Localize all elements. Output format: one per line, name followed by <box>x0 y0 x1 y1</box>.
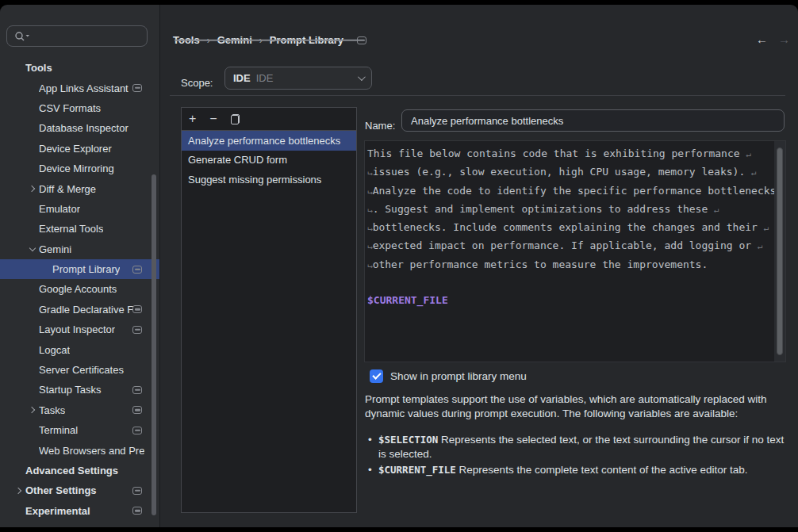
sidebar-item-label: Device Mirroring <box>39 163 114 174</box>
sidebar-item-device-mirroring[interactable]: Device Mirroring <box>0 159 159 178</box>
sidebar-item-label: App Links Assistant <box>39 82 129 94</box>
scope-dropdown[interactable]: IDE IDE <box>224 67 372 90</box>
prompt-list-item[interactable]: Analyze performance bottlenecks <box>182 131 356 151</box>
sidebar-item-label: Startup Tasks <box>39 384 102 396</box>
settings-main: Tools›Gemini›Prompt Library ← → Scope: I… <box>160 5 798 527</box>
editor-text: expected impact on performance. If appli… <box>373 239 758 251</box>
chevron-spacer <box>25 380 39 400</box>
chevron-spacer <box>25 339 39 359</box>
name-field[interactable]: Analyze performance bottlenecks <box>401 109 785 132</box>
sidebar-item-device-explorer[interactable]: Device Explorer <box>0 139 159 159</box>
prompt-editor[interactable]: This file below contains code that is ex… <box>364 140 786 362</box>
ide-settings-icon <box>132 487 142 495</box>
editor-text: bottlenecks. Include comments explaining… <box>373 221 764 233</box>
chevron-down-icon[interactable] <box>25 239 39 259</box>
sidebar-item-advanced-settings[interactable]: Advanced Settings <box>0 461 159 480</box>
variable-list-item: $SELECTION Represents the selected text,… <box>368 433 794 461</box>
chevron-spacer <box>25 159 39 178</box>
variable-name: $CURRENT_FILE <box>378 464 456 476</box>
sidebar-item-label: Database Inspector <box>39 122 129 134</box>
prompt-list-item[interactable]: Suggest missing permissions <box>182 170 356 189</box>
scope-label: Scope: <box>181 77 213 89</box>
editor-line: ↵issues (e.g., slow execution, high CPU … <box>367 163 773 182</box>
ide-settings-icon <box>357 36 366 44</box>
editor-scrollbar-thumb[interactable] <box>777 147 783 355</box>
back-arrow-icon[interactable]: ← <box>756 33 768 46</box>
prompt-list-item[interactable]: Generate CRUD form <box>182 151 356 170</box>
breadcrumb: Tools›Gemini›Prompt Library <box>173 34 366 46</box>
chevron-right-icon[interactable] <box>12 480 25 500</box>
sidebar-item-emulator[interactable]: Emulator <box>0 199 159 219</box>
chevron-spacer <box>25 118 39 138</box>
sidebar-item-label: External Tools <box>39 223 103 235</box>
sidebar-item-tasks[interactable]: Tasks <box>0 400 159 420</box>
chevron-spacer <box>25 320 39 339</box>
remove-button[interactable]: − <box>209 113 217 125</box>
editor-line: $CURRENT_FILE <box>367 292 773 309</box>
sidebar-item-app-links-assistant[interactable]: App Links Assistant <box>0 78 159 98</box>
sidebar-item-label: Advanced Settings <box>25 465 118 477</box>
soft-wrap-icon: ↵ <box>367 257 373 274</box>
sidebar-item-label: Logcat <box>39 344 70 356</box>
chevron-right-icon[interactable] <box>25 178 39 198</box>
sidebar-scrollbar[interactable] <box>152 174 156 515</box>
sidebar-item-experimental[interactable]: Experimental <box>0 501 159 521</box>
sidebar-item-label: CSV Formats <box>39 102 101 114</box>
sidebar-item-terminal[interactable]: Terminal <box>0 420 159 440</box>
sidebar-item-external-tools[interactable]: External Tools <box>0 219 159 239</box>
sidebar-item-diff-merge[interactable]: Diff & Merge <box>0 178 159 198</box>
add-button[interactable]: + <box>189 113 196 125</box>
sidebar-item-label: Diff & Merge <box>39 183 96 195</box>
sidebar-item-web-browsers-and-pre[interactable]: Web Browsers and Pre <box>0 440 159 460</box>
chevron-spacer <box>12 461 25 480</box>
prompt-editor-text: This file below contains code that is ex… <box>365 141 785 310</box>
editor-line: ↵. Suggest and implement optimizations t… <box>367 201 773 219</box>
chevron-right-icon[interactable] <box>25 400 39 420</box>
settings-tree: ToolsApp Links AssistantCSV FormatsDatab… <box>0 58 159 521</box>
sidebar-item-other-settings[interactable]: Other Settings <box>0 480 159 500</box>
chevron-spacer <box>25 199 39 219</box>
forward-arrow-icon[interactable]: → <box>778 33 790 46</box>
chevron-spacer <box>39 259 52 279</box>
sidebar-item-label: Gradle Declarative F <box>39 304 133 316</box>
history-nav: ← → <box>756 33 790 46</box>
sidebar-item-layout-inspector[interactable]: Layout Inspector <box>0 320 159 339</box>
show-in-menu-label: Show in prompt library menu <box>390 370 527 382</box>
sidebar-item-csv-formats[interactable]: CSV Formats <box>0 98 159 118</box>
editor-text: issues (e.g., slow execution, high CPU u… <box>373 166 751 178</box>
soft-wrap-icon: ↵ <box>746 149 751 159</box>
chevron-spacer <box>25 420 39 440</box>
sidebar-item-prompt-library[interactable]: Prompt Library <box>0 259 159 279</box>
settings-dialog: ToolsApp Links AssistantCSV FormatsDatab… <box>0 5 798 527</box>
search-input[interactable] <box>6 25 148 47</box>
sidebar-item-google-accounts[interactable]: Google Accounts <box>0 279 159 299</box>
sidebar-item-startup-tasks[interactable]: Startup Tasks <box>0 380 159 400</box>
search-icon <box>13 30 31 42</box>
duplicate-icon[interactable] <box>231 114 240 124</box>
editor-line: ↵bottlenecks. Include comments explainin… <box>367 219 773 237</box>
chevron-spacer <box>25 98 39 118</box>
sidebar-item-gradle-declarative-f[interactable]: Gradle Declarative F <box>0 300 159 320</box>
sidebar-item-database-inspector[interactable]: Database Inspector <box>0 118 159 138</box>
show-in-menu-checkbox[interactable] <box>370 369 383 383</box>
sidebar-item-server-certificates[interactable]: Server Certificates <box>0 360 159 380</box>
chevron-spacer <box>25 300 39 320</box>
sidebar-item-gemini[interactable]: Gemini <box>0 239 159 259</box>
variable-name: $SELECTION <box>378 434 438 446</box>
sidebar-item-label: Google Accounts <box>39 283 117 295</box>
sidebar-item-label: Other Settings <box>25 484 97 496</box>
name-label: Name: <box>365 120 395 132</box>
sidebar-item-logcat[interactable]: Logcat <box>0 339 159 359</box>
chevron-down-icon <box>358 73 366 81</box>
chevron-spacer <box>12 58 25 78</box>
sidebar-item-tools[interactable]: Tools <box>0 58 159 78</box>
soft-wrap-icon: ↵ <box>764 223 769 233</box>
settings-window: ToolsApp Links AssistantCSV FormatsDatab… <box>0 0 798 532</box>
soft-wrap-icon: ↵ <box>367 238 373 255</box>
editor-line: ↵other performance metrics to measure th… <box>367 256 773 274</box>
editor-line: This file below contains code that is ex… <box>367 145 773 163</box>
template-variable: $CURRENT_FILE <box>367 294 448 306</box>
name-value: Analyze performance bottlenecks <box>411 115 563 127</box>
sidebar-item-label: Tasks <box>39 404 65 416</box>
chevron-spacer <box>25 440 39 460</box>
